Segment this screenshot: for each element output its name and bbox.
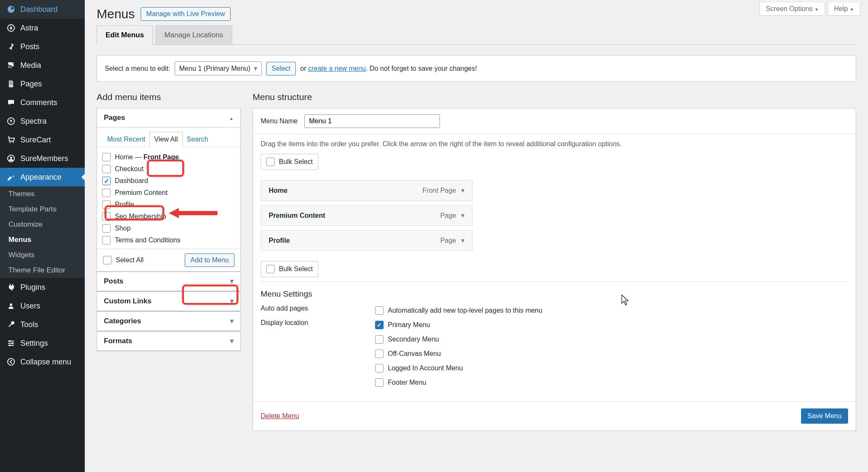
screen-options-tab[interactable]: Screen Options [760,3,825,16]
menu-select-dropdown[interactable]: Menu 1 (Primary Menu) [175,61,262,75]
page-check-row: Terms and Conditions [102,234,239,246]
sidebar-item-posts[interactable]: Posts [0,37,85,56]
checkbox-location-secondary[interactable] [375,335,384,344]
tab-manage-locations[interactable]: Manage Locations [156,25,232,44]
bulk-select-top[interactable]: Bulk Select [261,154,318,170]
checkbox-location-footer[interactable] [375,378,384,387]
sidebar-item-comments[interactable]: Comments [0,93,85,112]
bulk-select-bottom[interactable]: Bulk Select [261,261,318,277]
pages-checklist[interactable]: Home — Front Page Checkout Dashboard [97,147,240,249]
sidebar-submenu-appearance: Themes Template Parts Customize Menus Wi… [0,186,85,278]
location-label[interactable]: Secondary Menu [388,336,439,343]
sidebar-item-label: Media [20,61,41,70]
sidebar-item-pages[interactable]: Pages [0,75,85,93]
checkbox[interactable] [102,212,111,221]
checkbox[interactable] [102,165,111,173]
live-preview-button[interactable]: Manage with Live Preview [141,7,231,21]
page-label[interactable]: Checkout [115,165,144,173]
delete-menu-link[interactable]: Delete Menu [261,412,299,420]
checkbox[interactable] [102,153,111,161]
caret-down-icon [815,6,819,12]
checkbox-location-offcanvas[interactable] [375,350,384,358]
sidebar-item-tools[interactable]: Tools [0,315,85,334]
svg-point-11 [11,342,13,344]
checkbox[interactable] [102,177,111,185]
sidebar-item-collapse[interactable]: Collapse menu [0,353,85,371]
location-label[interactable]: Off-Canvas Menu [388,350,441,358]
caret-down-icon[interactable] [461,236,465,244]
page-label[interactable]: Home — Front Page [115,153,179,161]
checkbox[interactable] [102,224,111,233]
sidebar-sub-themes[interactable]: Themes [0,186,85,202]
inner-tab-search[interactable]: Search [183,132,213,147]
sidebar-sub-widgets[interactable]: Widgets [0,247,85,263]
metabox-formats-header[interactable]: Formats [97,332,240,351]
page-label[interactable]: Shop [115,225,131,232]
sidebar-item-settings[interactable]: Settings [0,334,85,353]
page-check-row: Home — Front Page [102,151,239,163]
sidebar-item-label: Dashboard [20,5,58,14]
svg-point-3 [13,142,14,143]
location-label[interactable]: Primary Menu [388,321,430,329]
tab-edit-menus[interactable]: Edit Menus [97,25,153,45]
checkbox-auto-add[interactable] [375,306,384,315]
menu-item[interactable]: Profile Page [261,230,473,251]
checkbox[interactable] [102,236,111,244]
menu-name-row: Menu Name [253,108,856,134]
page-label[interactable]: Dashboard [115,177,148,185]
sidebar-item-appearance[interactable]: Appearance [0,168,85,186]
sidebar-sub-theme-file-editor[interactable]: Theme File Editor [0,263,85,278]
checkbox[interactable] [102,189,111,197]
metabox-posts-header[interactable]: Posts [97,272,240,291]
menu-item[interactable]: Home Front Page [261,180,473,201]
page-label[interactable]: Premium Content [115,189,168,197]
sidebar-item-surecart[interactable]: SureCart [0,130,85,149]
sidebar-sub-template-parts[interactable]: Template Parts [0,202,85,217]
metabox-custom-links-header[interactable]: Custom Links [97,292,240,311]
sidebar-item-label: Collapse menu [20,358,71,366]
add-to-menu-button[interactable]: Add to Menu [185,253,234,267]
auto-add-option[interactable]: Automatically add new top-level pages to… [388,307,542,314]
svg-point-12 [9,344,11,346]
metabox-title: Categories [104,317,141,325]
select-menu-button[interactable]: Select [266,62,296,75]
inner-tab-most-recent[interactable]: Most Recent [103,132,150,147]
display-location-label: Display location [261,319,375,327]
menu-name-input[interactable] [304,114,440,128]
location-label[interactable]: Footer Menu [388,379,426,386]
location-label[interactable]: Logged In Account Menu [388,364,463,372]
caret-down-icon[interactable] [461,211,465,219]
select-all-label[interactable]: Select All [116,256,144,264]
metabox-title: Formats [104,337,132,345]
sidebar-sub-menus[interactable]: Menus [0,232,85,247]
menu-item[interactable]: Premium Content Page [261,205,473,226]
sidebar-item-label: Users [20,302,40,311]
metabox-categories-header[interactable]: Categories [97,312,240,331]
caret-down-icon[interactable] [461,186,465,194]
help-label: Help [834,5,848,12]
sidebar-item-users[interactable]: Users [0,297,85,315]
sidebar-item-media[interactable]: Media [0,56,85,75]
page-label[interactable]: Profile [115,201,134,208]
sidebar-item-spectra[interactable]: Spectra [0,112,85,130]
create-new-menu-link[interactable]: create a new menu [308,65,366,72]
metabox-posts: Posts [97,272,241,292]
sidebar-item-suremembers[interactable]: SureMembers [0,149,85,168]
metabox-pages-header[interactable]: Pages [97,108,240,128]
save-menu-button[interactable]: Save Menu [801,408,848,424]
checkbox[interactable] [266,158,275,166]
checkbox-location-logged-in[interactable] [375,364,384,372]
checkbox[interactable] [102,200,111,209]
page-label[interactable]: Seo Membership [115,213,166,220]
page-label[interactable]: Terms and Conditions [115,236,181,244]
help-tab[interactable]: Help [828,3,860,16]
chevron-down-icon [254,64,257,72]
sidebar-item-plugins[interactable]: Plugins [0,278,85,297]
sidebar-item-astra[interactable]: Astra [0,19,85,37]
checkbox-location-primary[interactable] [375,321,384,329]
sidebar-sub-customize[interactable]: Customize [0,217,85,232]
checkbox[interactable] [266,265,275,273]
inner-tab-view-all[interactable]: View All [150,132,183,147]
checkbox-select-all[interactable] [103,256,111,264]
sidebar-item-dashboard[interactable]: Dashboard [0,0,85,19]
